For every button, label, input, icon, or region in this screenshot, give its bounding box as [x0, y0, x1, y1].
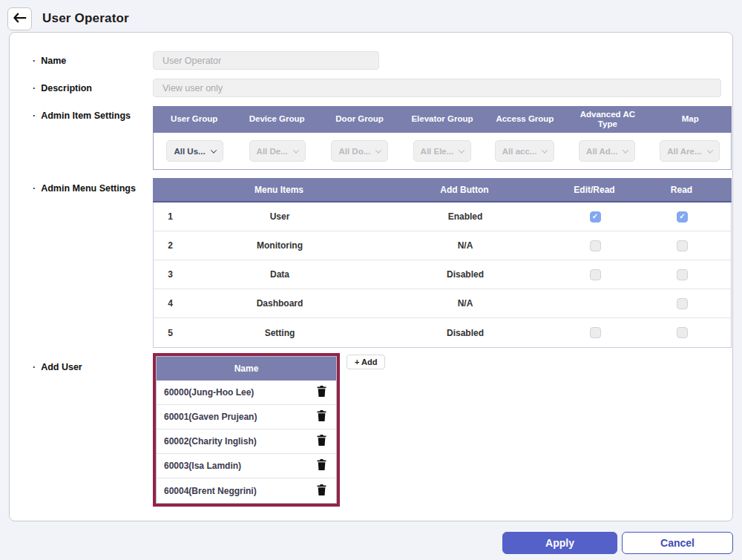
- chevron-down-icon: [623, 147, 628, 153]
- admin-item-settings-label: Admin Item Settings: [10, 106, 153, 122]
- delete-user-button[interactable]: [317, 386, 326, 399]
- column-header-advanced-ac-type: Advanced AC Type: [566, 106, 649, 133]
- device-group-dropdown[interactable]: All De...: [249, 140, 306, 162]
- row-number: 1: [154, 211, 187, 222]
- table-row: 60004(Brent Neggrini): [157, 478, 336, 503]
- add-button-status: Enabled: [372, 211, 558, 222]
- row-number: 2: [154, 240, 187, 251]
- description-row: Description: [10, 79, 732, 97]
- column-header-number: [153, 178, 186, 201]
- page-title: User Operator: [42, 11, 129, 26]
- door-group-dropdown[interactable]: All Do...: [331, 140, 388, 162]
- chevron-down-icon: [706, 147, 712, 153]
- trash-icon: [317, 459, 326, 472]
- dropdown-value: All Are...: [667, 147, 701, 156]
- settings-panel: Name Description Admin Item Settings Use…: [9, 32, 733, 521]
- user-group-dropdown[interactable]: All Us...: [166, 140, 223, 162]
- menu-item-name: User: [187, 211, 372, 222]
- name-input[interactable]: [153, 51, 379, 70]
- dropdown-value: All Us...: [174, 147, 205, 156]
- chevron-down-icon: [542, 147, 548, 153]
- menu-item-name: Monitoring: [187, 240, 372, 251]
- trash-icon: [317, 410, 326, 424]
- menu-item-name: Dashboard: [187, 298, 372, 309]
- add-button-status: Disabled: [372, 328, 558, 338]
- column-header-door-group: Door Group: [318, 106, 401, 133]
- delete-user-button[interactable]: [317, 459, 326, 472]
- add-user-table: Name 60000(Jung-Hoo Lee) 60001(Gaven Pru…: [156, 356, 337, 504]
- dropdown-value: All De...: [257, 147, 288, 156]
- delete-user-button[interactable]: [317, 484, 326, 498]
- read-checkbox[interactable]: [677, 269, 688, 280]
- column-header-add-button: Add Button: [372, 178, 557, 201]
- table-row: 60000(Jung-Hoo Lee): [157, 381, 336, 405]
- column-header-access-group: Access Group: [484, 106, 566, 133]
- access-group-dropdown[interactable]: All acc...: [495, 140, 555, 162]
- back-arrow-icon: [13, 13, 27, 25]
- chevron-down-icon: [459, 147, 464, 153]
- chevron-down-icon: [210, 147, 216, 153]
- add-user-row: Add User Name 60000(Jung-Hoo Lee) 60001(…: [10, 353, 732, 507]
- dropdown-value: All Do...: [338, 147, 370, 156]
- read-checkbox[interactable]: [677, 298, 688, 309]
- edit-read-checkbox[interactable]: [590, 211, 601, 223]
- column-header-read: Read: [631, 178, 732, 201]
- menu-item-name: Setting: [187, 328, 372, 338]
- name-row: Name: [10, 51, 732, 70]
- admin-item-settings-table: User Group Device Group Door Group Eleva…: [153, 106, 732, 170]
- add-button-status: N/A: [372, 298, 558, 309]
- menu-item-name: Data: [187, 269, 372, 280]
- table-row: 60003(Isa Lamdin): [157, 454, 336, 478]
- elevator-group-dropdown[interactable]: All Ele...: [413, 140, 472, 162]
- row-number: 4: [154, 298, 187, 309]
- user-name: 60000(Jung-Hoo Lee): [164, 387, 254, 398]
- read-checkbox[interactable]: [677, 211, 688, 223]
- table-row: 2 Monitoring N/A: [154, 231, 731, 260]
- admin-item-settings-header: User Group Device Group Door Group Eleva…: [153, 106, 732, 133]
- name-label: Name: [10, 51, 153, 67]
- trash-icon: [317, 484, 326, 498]
- map-dropdown[interactable]: All Are...: [660, 140, 719, 162]
- chevron-down-icon: [375, 147, 381, 153]
- advanced-ac-type-dropdown[interactable]: All Ad...: [579, 140, 635, 162]
- description-input[interactable]: [153, 79, 721, 97]
- trash-icon: [317, 435, 326, 448]
- dropdown-value: All Ele...: [421, 147, 454, 156]
- user-name: 60002(Charity Inglish): [164, 436, 257, 447]
- apply-button[interactable]: Apply: [502, 532, 617, 554]
- admin-item-settings-row: Admin Item Settings User Group Device Gr…: [10, 106, 732, 170]
- dropdown-value: All acc...: [502, 147, 537, 156]
- table-row: 1 User Enabled: [154, 202, 731, 231]
- admin-menu-settings-label: Admin Menu Settings: [10, 179, 153, 194]
- add-button-status: Disabled: [372, 269, 558, 280]
- user-name: 60004(Brent Neggrini): [164, 486, 257, 496]
- delete-user-button[interactable]: [317, 410, 326, 424]
- column-header-device-group: Device Group: [235, 106, 318, 133]
- column-header-edit-read: Edit/Read: [557, 178, 631, 201]
- read-checkbox[interactable]: [677, 240, 688, 251]
- trash-icon: [317, 386, 326, 399]
- delete-user-button[interactable]: [317, 435, 326, 448]
- cancel-button[interactable]: Cancel: [622, 532, 733, 554]
- read-checkbox[interactable]: [677, 327, 688, 338]
- column-header-map: Map: [649, 106, 732, 133]
- column-header-user-group: User Group: [153, 106, 235, 133]
- table-row: 60002(Charity Inglish): [157, 429, 336, 454]
- chevron-down-icon: [293, 147, 299, 153]
- column-header-elevator-group: Elevator Group: [401, 106, 483, 133]
- admin-menu-settings-row: Admin Menu Settings Menu Items Add Butto…: [10, 179, 732, 348]
- table-row: 60001(Gaven Prujean): [157, 405, 336, 429]
- top-bar: User Operator: [0, 0, 742, 32]
- add-button-status: N/A: [372, 240, 558, 251]
- back-button[interactable]: [7, 7, 32, 30]
- footer-actions: Apply Cancel: [0, 521, 742, 554]
- edit-read-checkbox[interactable]: [590, 269, 601, 280]
- add-user-button[interactable]: + Add: [347, 355, 385, 369]
- edit-read-checkbox[interactable]: [590, 327, 601, 338]
- admin-item-settings-dropdown-row: All Us... All De... All Do... All Ele...…: [153, 133, 732, 170]
- admin-menu-settings-header: Menu Items Add Button Edit/Read Read: [153, 178, 732, 202]
- user-name: 60001(Gaven Prujean): [164, 412, 257, 422]
- description-label: Description: [10, 79, 153, 94]
- edit-read-checkbox[interactable]: [590, 240, 601, 251]
- table-row: 4 Dashboard N/A: [154, 289, 731, 318]
